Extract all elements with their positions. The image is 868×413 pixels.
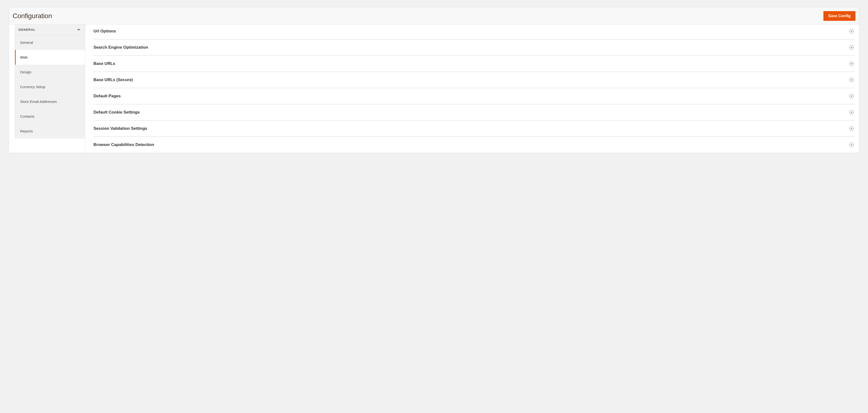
section-label: Session Validation Settings bbox=[93, 126, 147, 131]
sidebar-item-general[interactable]: General bbox=[15, 35, 85, 50]
section-label: Default Pages bbox=[93, 94, 121, 98]
config-panel: Configuration Save Config GENERAL Genera… bbox=[9, 7, 859, 153]
expand-down-icon bbox=[849, 62, 854, 66]
sidebar-item-web[interactable]: Web bbox=[15, 50, 85, 65]
chevron-up-icon bbox=[77, 28, 81, 31]
expand-down-icon bbox=[849, 142, 854, 147]
expand-down-icon bbox=[849, 45, 854, 50]
section-label: Browser Capabilities Detection bbox=[93, 142, 154, 147]
section-base-urls[interactable]: Base URLs bbox=[93, 56, 855, 72]
section-browser-capabilities-detection[interactable]: Browser Capabilities Detection bbox=[93, 137, 855, 153]
expand-down-icon bbox=[849, 94, 854, 98]
expand-down-icon bbox=[849, 78, 854, 82]
section-seo[interactable]: Search Engine Optimization bbox=[93, 39, 855, 56]
sidebar-item-contacts[interactable]: Contacts bbox=[15, 109, 85, 124]
sidebar-item-design[interactable]: Design bbox=[15, 65, 85, 80]
section-label: Base URLs bbox=[93, 61, 115, 66]
sidebar-group-general[interactable]: GENERAL bbox=[15, 25, 85, 35]
sidebar-group-label: GENERAL bbox=[19, 28, 36, 31]
main-content: Url Options Search Engine Optimization B… bbox=[85, 25, 859, 153]
panel-header: Configuration Save Config bbox=[9, 7, 859, 25]
sidebar: GENERAL General Web Design Currency Setu… bbox=[9, 25, 85, 153]
sidebar-item-store-email-addresses[interactable]: Store Email Addresses bbox=[15, 94, 85, 109]
expand-down-icon bbox=[849, 126, 854, 131]
section-url-options[interactable]: Url Options bbox=[93, 25, 855, 39]
section-label: Search Engine Optimization bbox=[93, 45, 148, 50]
panel-content: GENERAL General Web Design Currency Setu… bbox=[9, 25, 859, 153]
sidebar-item-currency-setup[interactable]: Currency Setup bbox=[15, 80, 85, 94]
section-default-cookie-settings[interactable]: Default Cookie Settings bbox=[93, 104, 855, 121]
section-session-validation-settings[interactable]: Session Validation Settings bbox=[93, 121, 855, 137]
sidebar-items: General Web Design Currency Setup Store … bbox=[15, 35, 85, 138]
section-base-urls-secure[interactable]: Base URLs (Secure) bbox=[93, 72, 855, 88]
section-default-pages[interactable]: Default Pages bbox=[93, 88, 855, 104]
save-config-button[interactable]: Save Config bbox=[824, 11, 856, 21]
sidebar-item-reports[interactable]: Reports bbox=[15, 124, 85, 138]
expand-down-icon bbox=[849, 29, 854, 33]
section-label: Base URLs (Secure) bbox=[93, 77, 133, 82]
expand-down-icon bbox=[849, 110, 854, 115]
section-label: Url Options bbox=[93, 29, 116, 34]
section-label: Default Cookie Settings bbox=[93, 110, 140, 115]
page-title: Configuration bbox=[12, 12, 52, 20]
